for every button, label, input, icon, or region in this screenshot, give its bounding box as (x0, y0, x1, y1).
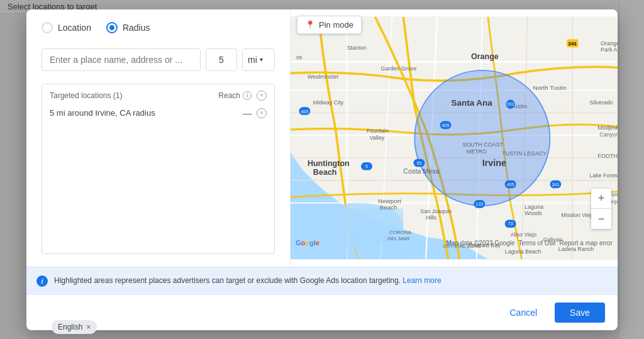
radius-radio-item[interactable]: Radius (106, 22, 150, 33)
map-data-text: Map data ©2023 Google (446, 240, 514, 247)
info-bar-icon: i (36, 275, 48, 287)
svg-text:San Joaquin: San Joaquin (420, 208, 452, 214)
language-label: English (58, 323, 82, 331)
location-radio-item[interactable]: Location (42, 22, 91, 33)
location-radio-circle[interactable] (42, 22, 53, 33)
svg-text:Santa Ana: Santa Ana (452, 98, 493, 108)
svg-text:Laguna: Laguna (525, 203, 543, 209)
targeted-close-icon[interactable]: × (257, 91, 267, 101)
svg-text:Hills: Hills (426, 214, 436, 221)
google-logo: Google (296, 239, 319, 247)
svg-text:FOOTHILL RANCH: FOOTHILL RANCH (598, 152, 618, 158)
radius-value-input[interactable] (206, 48, 237, 71)
svg-text:5: 5 (365, 164, 368, 169)
unit-chevron-icon: ▾ (260, 56, 263, 63)
svg-text:405: 405 (301, 109, 308, 114)
pin-mode-button[interactable]: 📍 Pin mode (297, 16, 362, 34)
save-button[interactable]: Save (555, 303, 605, 323)
zoom-in-button[interactable]: + (591, 189, 611, 209)
map-container: Orange Villa Park Orange Park Acres os S… (291, 9, 618, 267)
zoom-out-button[interactable]: − (591, 209, 611, 229)
map-attribution: Map data ©2023 Google Terms of Use Repor… (446, 240, 613, 247)
targeted-title: Targeted locations (1) (50, 91, 122, 100)
map-svg: Orange Villa Park Orange Park Acres os S… (291, 9, 618, 267)
location-dash-icon[interactable]: — (243, 108, 252, 118)
pin-icon: 📍 (305, 20, 315, 30)
modal-footer: Cancel Save (26, 294, 618, 330)
info-bar-text: Highlighted areas represent places adver… (54, 275, 441, 286)
language-tag: English × (52, 320, 97, 334)
svg-rect-16 (291, 208, 403, 259)
svg-text:TUSTIN LEGACY: TUSTIN LEGACY (502, 150, 547, 157)
svg-text:Valley: Valley (370, 135, 385, 141)
location-remove-icon[interactable]: × (257, 108, 267, 118)
search-row: mi ▾ (42, 48, 275, 71)
svg-text:241: 241 (552, 182, 559, 187)
svg-text:Orange: Orange (471, 52, 499, 60)
svg-text:Beach: Beach (313, 167, 337, 176)
svg-text:Fountain: Fountain (367, 127, 389, 133)
svg-point-17 (414, 70, 550, 205)
svg-text:Newport: Newport (378, 197, 401, 204)
reach-info-icon[interactable]: i (243, 91, 252, 100)
svg-text:Laguna Beach: Laguna Beach (505, 248, 541, 255)
modal-dialog: Location Radius mi ▾ (26, 9, 618, 330)
svg-text:DEL MAR: DEL MAR (387, 235, 410, 241)
svg-text:Modjeska: Modjeska (598, 125, 618, 131)
svg-text:Huntington: Huntington (308, 159, 350, 168)
location-item-actions: — × (243, 108, 267, 118)
svg-text:Stanton: Stanton (347, 44, 367, 50)
page-background: Select locations to target Location (0, 0, 644, 339)
language-tag-close-icon[interactable]: × (86, 323, 91, 331)
svg-text:405: 405 (507, 182, 514, 187)
report-map-error-link[interactable]: Report a map error (560, 240, 613, 247)
svg-text:os: os (296, 53, 303, 60)
svg-text:Mission Viejo: Mission Viejo (561, 212, 594, 218)
svg-text:Woods: Woods (525, 210, 542, 216)
svg-text:CORONA: CORONA (389, 229, 412, 235)
svg-text:Garden Grove: Garden Grove (380, 65, 416, 71)
svg-text:North Tustin: North Tustin (533, 84, 567, 91)
svg-text:METRO: METRO (467, 148, 487, 154)
zoom-controls: + − (591, 189, 611, 229)
radius-radio-circle[interactable] (106, 22, 118, 33)
svg-text:73: 73 (508, 221, 513, 226)
svg-text:133: 133 (475, 202, 483, 207)
svg-text:Westminster: Westminster (308, 74, 339, 80)
cancel-button[interactable]: Cancel (499, 303, 547, 323)
svg-text:Park Acres: Park Acres (601, 47, 618, 53)
svg-text:261: 261 (507, 102, 514, 107)
info-bar-message: Highlighted areas represent places adver… (54, 276, 401, 285)
svg-text:Irvine: Irvine (482, 158, 506, 168)
svg-text:Aliso Viejo: Aliso Viejo (511, 231, 537, 238)
location-radio-label: Location (58, 23, 91, 33)
radio-row: Location Radius (42, 22, 275, 33)
svg-text:Beach: Beach (380, 204, 397, 211)
learn-more-link[interactable]: Learn more (402, 276, 441, 285)
radius-radio-label: Radius (123, 23, 150, 33)
modal-body: Location Radius mi ▾ (26, 9, 618, 267)
svg-text:Silverado: Silverado (589, 99, 613, 105)
svg-text:Ladera Ranch: Ladera Ranch (558, 245, 594, 252)
svg-text:Orange: Orange (601, 40, 618, 46)
location-item-text: 5 mi around Irvine, CA radius (50, 108, 155, 118)
place-search-input[interactable] (42, 48, 201, 71)
unit-select[interactable]: mi ▾ (242, 48, 275, 71)
modal-overlay: Location Radius mi ▾ (0, 0, 644, 339)
terms-of-use-link[interactable]: Terms of Use (519, 240, 556, 247)
svg-text:Lake Forest: Lake Forest (589, 172, 618, 179)
svg-text:241: 241 (569, 41, 577, 47)
unit-value: mi (248, 55, 257, 65)
svg-text:Midway City: Midway City (313, 99, 344, 105)
location-item: 5 mi around Irvine, CA radius — × (50, 106, 267, 121)
reach-label: Reach i (218, 91, 252, 100)
targeted-actions: Reach i × (218, 91, 267, 101)
info-bar: i Highlighted areas represent places adv… (26, 267, 618, 294)
svg-text:SOUTH COAST: SOUTH COAST (462, 141, 503, 147)
svg-text:Canyon: Canyon (599, 131, 618, 137)
pin-mode-label: Pin mode (319, 20, 353, 30)
svg-text:55: 55 (416, 160, 421, 165)
svg-text:405: 405 (442, 123, 450, 128)
targeted-header: Targeted locations (1) Reach i × (50, 91, 267, 101)
svg-text:Costa Mesa: Costa Mesa (403, 167, 439, 174)
